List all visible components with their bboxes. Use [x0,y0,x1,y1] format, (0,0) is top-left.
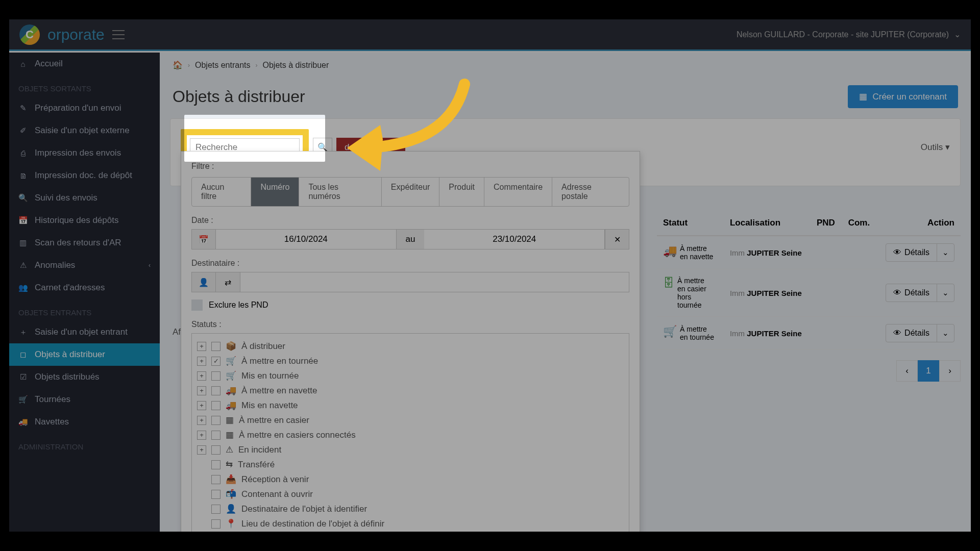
tab-commentaire[interactable]: Commentaire [484,178,552,206]
status-checkbox[interactable] [211,431,220,440]
page-header: Objets à distribuer ▦ Créer un contenant [160,78,971,118]
expand-icon[interactable]: + [197,445,206,455]
user-menu[interactable]: Nelson GUILLARD - Corporate - site JUPIT… [737,30,961,39]
status-checkbox[interactable] [211,371,220,381]
page-current[interactable]: 1 [918,360,939,382]
status-item-transfere[interactable]: ⇆ Transféré [197,457,624,472]
tab-expediteur[interactable]: Expéditeur [382,178,440,206]
create-container-button[interactable]: ▦ Créer un contenant [848,85,958,108]
expand-icon[interactable]: + [197,431,206,440]
details-button[interactable]: 👁Détails ⌄ [886,243,954,262]
details-caret[interactable]: ⌄ [937,284,954,302]
plus-icon: ＋ [18,328,28,337]
sidebar-item-objets-distribuer[interactable]: ◻ Objets à distribuer [9,343,160,366]
th-statut[interactable]: Statut [657,211,724,236]
sidebar-item-preparation[interactable]: ✎ Préparation d'un envoi [9,97,160,119]
content-area: 🏠 › Objets entrants › Objets à distribue… [160,53,971,532]
date-clear-button[interactable]: ✕ [605,229,629,249]
status-text: À mettre en navette [680,244,716,261]
status-checkbox[interactable] [211,519,220,529]
details-button[interactable]: 👁Détails ⌄ [886,324,954,342]
status-item-incident[interactable]: + ⚠ En incident [197,442,624,457]
grid-icon: ▦ [226,430,234,440]
status-checkbox[interactable] [211,460,220,469]
status-checkbox[interactable] [211,505,220,514]
status-text: À mettre en casier hors tournée [677,277,713,309]
locker-icon: 🗄 [663,277,674,290]
expand-icon[interactable]: + [197,357,206,366]
status-item-distribuer[interactable]: + 📦 À distribuer [197,339,624,354]
sidebar-item-suivi[interactable]: 🔍 Suivi des envois [9,187,160,209]
status-item-tournee[interactable]: + 🛒 À mettre en tournée [197,354,624,368]
date-to-input[interactable] [424,229,605,249]
page-prev-button[interactable]: ‹ [896,360,918,382]
status-item-casier[interactable]: + ▦ À mettre en casier [197,413,624,428]
sidebar-item-anomalies[interactable]: ⚠ Anomalies ‹ [9,254,160,277]
status-checkbox[interactable] [211,475,220,484]
sidebar-item-impression-envois[interactable]: ⎙ Impression des envois [9,142,160,164]
expand-icon[interactable]: + [197,371,206,381]
square-icon: ◻ [18,350,28,359]
tab-tous-numeros[interactable]: Tous les numéros [299,178,381,206]
expand-icon[interactable]: + [197,401,206,410]
sidebar-item-home[interactable]: ⌂ Accueil [9,53,160,75]
exclude-pnd-row[interactable]: Exclure les PND [191,299,629,311]
th-pnd[interactable]: PND [811,211,842,236]
status-checkbox[interactable] [211,490,220,499]
breadcrumb-item-1[interactable]: Objets entrants [195,61,251,70]
status-checkbox[interactable] [211,357,220,366]
menu-burger-icon[interactable] [112,29,125,41]
tab-produit[interactable]: Produit [439,178,484,206]
tools-menu[interactable]: Outils ▾ [921,142,950,153]
eye-icon: 👁 [893,329,901,338]
tab-aucun-filtre[interactable]: Aucun filtre [192,178,251,206]
sidebar-item-objets-distribues[interactable]: ☑ Objets distribués [9,366,160,388]
expand-icon[interactable]: + [197,386,206,395]
sidebar-item-tournees[interactable]: 🛒 Tournées [9,388,160,411]
details-caret[interactable]: ⌄ [937,244,954,261]
caret-down-icon: ▾ [945,142,950,152]
sidebar-item-historique[interactable]: 📅 Historique des dépôts [9,209,160,232]
status-item-navette[interactable]: + 🚚 À mettre en navette [197,383,624,398]
sidebar-item-navettes[interactable]: 🚚 Navettes [9,411,160,433]
status-checkbox[interactable] [211,416,220,425]
details-button[interactable]: 👁Détails ⌄ [886,284,954,302]
status-item-casiers-connectes[interactable]: + ▦ À mettre en casiers connectés [197,428,624,442]
date-au-label: au [397,229,425,249]
status-checkbox[interactable] [211,445,220,455]
th-localisation[interactable]: Localisation [724,211,811,236]
status-checkbox[interactable] [211,401,220,410]
status-checkbox[interactable] [211,386,220,395]
status-item-lieu-definir[interactable]: 📍 Lieu de destination de l'objet à défin… [197,516,624,531]
status-checkbox[interactable] [211,342,220,351]
logo[interactable]: C orporate [19,24,105,45]
tab-numero[interactable]: Numéro [251,178,299,206]
expand-icon[interactable]: + [197,342,206,351]
calendar-icon[interactable]: 📅 [191,229,216,249]
status-item-reception[interactable]: 📥 Réception à venir [197,472,624,487]
exclude-pnd-checkbox[interactable] [191,299,203,311]
sidebar-item-impression-doc[interactable]: 🗎 Impression doc. de dépôt [9,164,160,187]
status-item-mis-tournee[interactable]: + 🛒 Mis en tournée [197,368,624,383]
th-com[interactable]: Com. [842,211,877,236]
expand-icon[interactable]: + [197,416,206,425]
details-caret[interactable]: ⌄ [937,324,954,342]
sidebar-item-scan-ar[interactable]: ▥ Scan des retours d'AR [9,232,160,254]
sidebar-item-carnet[interactable]: 👥 Carnet d'adresses [9,277,160,299]
dest-input[interactable] [240,272,629,292]
sidebar-item-saisie-externe[interactable]: ✐ Saisie d'un objet externe [9,119,160,142]
status-item-dest-identifier[interactable]: 👤 Destinataire de l'objet à identifier [197,502,624,516]
person-icon-box[interactable]: 👤 [191,272,216,292]
package-icon: 📦 [226,341,236,352]
home-icon[interactable]: 🏠 [173,60,183,70]
status-item-contenant-ouvrir[interactable]: 📬 Contenant à ouvrir [197,487,624,502]
tab-adresse[interactable]: Adresse postale [552,178,629,206]
date-from-input[interactable] [216,229,397,249]
truck-icon: 🚚 [663,244,677,258]
data-table-area: Statut Localisation PND Com. Action 🚚 À … [657,211,961,382]
box-open-icon: 📬 [226,489,236,499]
sidebar-item-saisie-entrant[interactable]: ＋ Saisie d'un objet entrant [9,321,160,343]
status-item-mis-navette[interactable]: + 🚚 Mis en navette [197,398,624,413]
page-next-button[interactable]: › [939,360,961,382]
org-icon-box[interactable]: ⇄ [216,272,240,292]
